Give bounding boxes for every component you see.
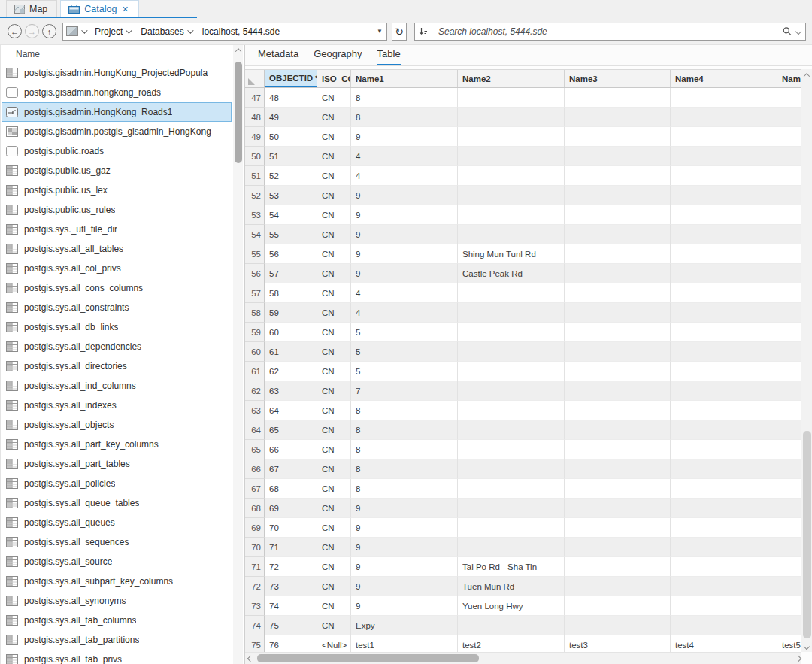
- sidebar-item[interactable]: postgis.sys.all_constraints: [2, 298, 232, 317]
- name2-cell[interactable]: [458, 108, 565, 127]
- name4-cell[interactable]: [671, 362, 777, 381]
- name1-cell[interactable]: 4: [351, 283, 458, 303]
- search-input[interactable]: [438, 26, 778, 37]
- name1-cell[interactable]: 5: [351, 323, 458, 342]
- name3-cell[interactable]: [565, 518, 671, 538]
- objectid-cell[interactable]: 75: [265, 616, 317, 635]
- objectid-cell[interactable]: 62: [265, 362, 317, 381]
- tab-catalog[interactable]: Catalog ×: [60, 0, 138, 17]
- objectid-cell[interactable]: 49: [265, 108, 317, 127]
- name1-cell[interactable]: 8: [351, 479, 458, 499]
- row-number-cell[interactable]: 47: [245, 88, 265, 108]
- name2-cell[interactable]: [458, 381, 565, 401]
- table-vertical-scrollbar[interactable]: [801, 69, 812, 652]
- name4-cell[interactable]: [671, 264, 777, 283]
- name5-cell[interactable]: [777, 127, 801, 147]
- name4-cell[interactable]: [671, 283, 777, 303]
- sidebar-item[interactable]: postgis.sys.all_part_key_columns: [2, 435, 232, 454]
- name5-cell[interactable]: test5: [777, 635, 801, 652]
- name2-cell[interactable]: [458, 147, 565, 166]
- name1-cell[interactable]: 5: [351, 362, 458, 381]
- iso-cc-cell[interactable]: CN: [317, 459, 351, 479]
- name1-cell[interactable]: 9: [351, 499, 458, 518]
- search-options-chevron-icon[interactable]: [795, 28, 801, 34]
- name5-cell[interactable]: [777, 323, 801, 342]
- breadcrumb-databases[interactable]: Databases: [135, 26, 195, 37]
- objectid-cell[interactable]: 60: [265, 323, 317, 342]
- name1-cell[interactable]: 8: [351, 420, 458, 440]
- name3-cell[interactable]: [565, 166, 671, 186]
- name1-cell[interactable]: 7: [351, 381, 458, 401]
- name2-cell[interactable]: [458, 538, 565, 557]
- objectid-cell[interactable]: 63: [265, 381, 317, 401]
- sidebar-scroll-thumb[interactable]: [235, 62, 242, 163]
- name3-cell[interactable]: [565, 440, 671, 459]
- name5-cell[interactable]: [777, 479, 801, 499]
- sort-button[interactable]: [414, 23, 432, 41]
- objectid-cell[interactable]: 76: [265, 635, 317, 652]
- iso-cc-cell[interactable]: CN: [317, 342, 351, 362]
- name5-cell[interactable]: [777, 244, 801, 264]
- name2-cell[interactable]: [458, 420, 565, 440]
- name1-cell[interactable]: 8: [351, 459, 458, 479]
- sidebar-scrollbar[interactable]: [233, 45, 243, 664]
- row-number-cell[interactable]: 62: [245, 381, 265, 401]
- name1-cell[interactable]: 5: [351, 342, 458, 362]
- row-number-cell[interactable]: 57: [245, 283, 265, 303]
- iso-cc-cell[interactable]: CN: [317, 557, 351, 577]
- name5-cell[interactable]: [777, 616, 801, 635]
- name4-cell[interactable]: [671, 420, 777, 440]
- name5-cell[interactable]: [777, 88, 801, 108]
- tab-geography[interactable]: Geography: [313, 48, 362, 65]
- name5-cell[interactable]: [777, 225, 801, 244]
- name3-cell[interactable]: [565, 342, 671, 362]
- iso-cc-cell[interactable]: CN: [317, 440, 351, 459]
- iso-cc-cell[interactable]: CN: [317, 225, 351, 244]
- name5-cell[interactable]: [777, 596, 801, 616]
- name4-cell[interactable]: [671, 323, 777, 342]
- sidebar-item[interactable]: postgis.sys.all_source: [2, 552, 232, 572]
- objectid-cell[interactable]: 59: [265, 303, 317, 323]
- iso-cc-cell[interactable]: CN: [317, 166, 351, 186]
- objectid-cell[interactable]: 61: [265, 342, 317, 362]
- name2-cell[interactable]: [458, 401, 565, 420]
- row-number-cell[interactable]: 55: [245, 244, 265, 264]
- tab-metadata[interactable]: Metadata: [257, 48, 299, 65]
- name1-cell[interactable]: 9: [351, 557, 458, 577]
- name3-cell[interactable]: [565, 381, 671, 401]
- objectid-cell[interactable]: 57: [265, 264, 317, 283]
- iso-cc-cell[interactable]: CN: [317, 108, 351, 127]
- name2-cell[interactable]: [458, 499, 565, 518]
- iso-cc-cell[interactable]: CN: [317, 381, 351, 401]
- objectid-cell[interactable]: 73: [265, 577, 317, 596]
- objectid-cell[interactable]: 74: [265, 596, 317, 616]
- name3-cell[interactable]: [565, 596, 671, 616]
- name5-cell[interactable]: [777, 283, 801, 303]
- sidebar-item[interactable]: postgis.gisadmin.postgis_gisadmin_HongKo…: [2, 122, 232, 141]
- column-header-name1[interactable]: Name1: [351, 70, 458, 87]
- name1-cell[interactable]: 4: [351, 166, 458, 186]
- name4-cell[interactable]: [671, 205, 777, 225]
- name5-cell[interactable]: [777, 342, 801, 362]
- objectid-cell[interactable]: 69: [265, 499, 317, 518]
- row-number-cell[interactable]: 67: [245, 479, 265, 499]
- back-button[interactable]: ←: [8, 24, 22, 38]
- name5-cell[interactable]: [777, 538, 801, 557]
- name1-cell[interactable]: 4: [351, 147, 458, 166]
- sidebar-item[interactable]: postgis.sys.all_synonyms: [2, 591, 232, 611]
- sidebar-item[interactable]: postgis.public.us_lex: [2, 180, 232, 200]
- row-number-cell[interactable]: 59: [245, 323, 265, 342]
- iso-cc-cell[interactable]: CN: [317, 499, 351, 518]
- sidebar-item[interactable]: postgis.sys.all_col_privs: [2, 259, 232, 278]
- name3-cell[interactable]: [565, 127, 671, 147]
- objectid-cell[interactable]: 53: [265, 186, 317, 205]
- name5-cell[interactable]: [777, 147, 801, 166]
- name4-cell[interactable]: [671, 186, 777, 205]
- name3-cell[interactable]: [565, 616, 671, 635]
- sidebar-item[interactable]: postgis.sys.all_objects: [2, 415, 232, 435]
- name5-cell[interactable]: [777, 166, 801, 186]
- objectid-cell[interactable]: 51: [265, 147, 317, 166]
- name5-cell[interactable]: [777, 459, 801, 479]
- name5-cell[interactable]: [777, 557, 801, 577]
- table-hscroll-thumb[interactable]: [257, 654, 479, 662]
